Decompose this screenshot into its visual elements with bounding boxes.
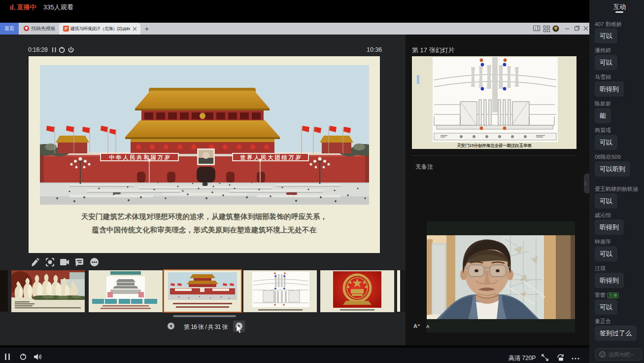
svg-text:1: 1 (535, 27, 537, 31)
svg-text:中 华 人 民 共 和 国 万 岁: 中 华 人 民 共 和 国 万 岁 (109, 154, 169, 161)
svg-text:世 界 人 民 大 团 结 万 岁: 世 界 人 民 大 团 结 万 岁 (240, 154, 301, 161)
svg-text:P: P (65, 26, 68, 31)
svg-text:天安门10分创作海北全设一期汉白玉华表: 天安门10分创作海北全设一期汉白玉华表 (456, 143, 532, 148)
